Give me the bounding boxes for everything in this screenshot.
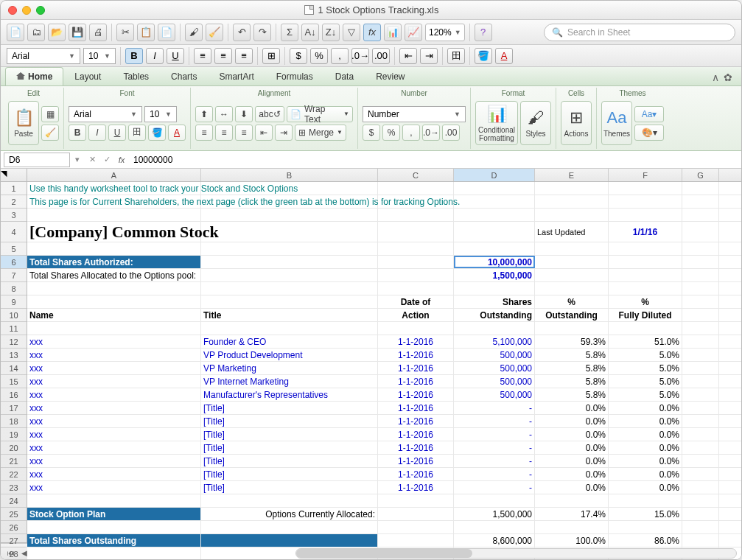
cell[interactable] xyxy=(27,209,201,221)
cell[interactable] xyxy=(454,242,535,255)
row-11[interactable]: 11 xyxy=(1,322,27,335)
cell[interactable] xyxy=(201,322,378,335)
cell[interactable]: 0.0% xyxy=(609,468,682,480)
cell[interactable]: 5.8% xyxy=(535,362,609,374)
cell[interactable] xyxy=(201,209,378,221)
cell[interactable]: 0.0% xyxy=(535,402,609,414)
select-all-corner[interactable]: ◥ xyxy=(1,169,27,182)
align-right-button[interactable]: ≡ xyxy=(235,48,253,64)
theme-fonts-button[interactable]: Aa▾ xyxy=(634,106,664,122)
wraptext-button[interactable]: 📄Wrap Text▼ xyxy=(287,106,353,122)
font-color-button[interactable]: A xyxy=(495,48,513,64)
col-A[interactable]: A xyxy=(27,169,201,181)
cell[interactable]: 1-1-2016 xyxy=(378,388,454,401)
cell[interactable]: 59.3% xyxy=(535,335,609,348)
cell[interactable]: 1,500,000 xyxy=(454,508,535,520)
close-window-button[interactable] xyxy=(8,6,17,15)
cell[interactable]: 8,600,000 xyxy=(454,534,535,547)
new-doc-button[interactable]: 📄 xyxy=(7,24,24,41)
cell[interactable] xyxy=(682,362,719,374)
cell[interactable] xyxy=(609,256,682,268)
themes-button[interactable]: AaThemes xyxy=(601,101,632,145)
paste-button[interactable]: 📄 xyxy=(158,24,175,41)
cell[interactable]: 0.0% xyxy=(609,441,682,454)
font-family-combo[interactable]: Arial▼ xyxy=(7,48,80,64)
col-D[interactable]: D xyxy=(454,169,535,181)
cut-button[interactable]: ✂ xyxy=(116,24,134,41)
cell[interactable] xyxy=(682,256,719,268)
cell[interactable] xyxy=(454,182,535,195)
underline-button[interactable]: U xyxy=(167,48,184,64)
cell[interactable]: xxx xyxy=(27,375,201,388)
cell[interactable]: 15.0% xyxy=(609,508,682,520)
comma-button[interactable]: , xyxy=(331,48,349,64)
cell[interactable] xyxy=(682,195,719,208)
tab-data[interactable]: Data xyxy=(324,67,365,85)
cell[interactable]: Fully Diluted xyxy=(609,309,682,321)
cell[interactable] xyxy=(535,242,609,255)
cell[interactable]: xxx xyxy=(27,441,201,454)
indent-left-button[interactable]: ⇤ xyxy=(399,48,417,64)
orientation-button[interactable]: abc↺ xyxy=(255,106,284,122)
cell[interactable] xyxy=(682,521,719,533)
fill-color-button[interactable]: 🪣 xyxy=(475,48,492,64)
cell[interactable]: xxx xyxy=(27,455,201,467)
cell[interactable]: 500,000 xyxy=(454,362,535,374)
borders-button[interactable]: 田 xyxy=(447,48,465,64)
cell[interactable]: 100.0% xyxy=(535,534,609,547)
col-E[interactable]: E xyxy=(535,169,609,181)
align-center-button-2[interactable]: ≡ xyxy=(215,125,233,141)
tab-review[interactable]: Review xyxy=(365,67,416,85)
cell[interactable]: 0.0% xyxy=(535,428,609,441)
zoom-window-button[interactable] xyxy=(36,6,45,15)
col-C[interactable]: C xyxy=(378,169,454,181)
cell[interactable]: 86.0% xyxy=(609,534,682,547)
row-19[interactable]: 19 xyxy=(1,428,27,441)
cell[interactable]: This page is for Current Shareholders, t… xyxy=(27,195,201,208)
formula-input[interactable]: 10000000 xyxy=(129,153,738,167)
grid-body[interactable]: Use this handy worksheet tool to track y… xyxy=(27,182,741,542)
cell[interactable] xyxy=(27,242,201,255)
cell[interactable]: - xyxy=(454,415,535,427)
cell[interactable]: 1-1-2016 xyxy=(378,362,454,374)
search-input[interactable]: 🔍 Search in Sheet xyxy=(544,24,735,41)
tab-formulas[interactable]: Formulas xyxy=(265,67,324,85)
cell[interactable]: 0.0% xyxy=(535,481,609,494)
cell[interactable] xyxy=(535,521,609,533)
cell[interactable]: 1-1-2016 xyxy=(378,335,454,348)
align-left-button-2[interactable]: ≡ xyxy=(195,125,213,141)
ribbon-settings-button[interactable]: ✿ xyxy=(724,71,732,83)
sort-asc-button[interactable]: A↓ xyxy=(301,24,319,41)
cell[interactable] xyxy=(454,494,535,507)
cell[interactable]: [Title] xyxy=(201,481,378,494)
cell[interactable] xyxy=(682,309,719,321)
print-button[interactable]: 🖨 xyxy=(89,24,107,41)
cell[interactable]: VP Marketing xyxy=(201,362,378,374)
insert-function-button[interactable]: fx xyxy=(114,153,129,167)
undo-button[interactable]: ↶ xyxy=(233,24,251,41)
cell[interactable] xyxy=(682,494,719,507)
cell[interactable]: Outstanding xyxy=(454,309,535,321)
ribbon-bold-button[interactable]: B xyxy=(69,125,86,141)
cell[interactable]: 1,500,000 xyxy=(454,269,535,281)
valign-bot-button[interactable]: ⬇ xyxy=(235,106,253,122)
row-16[interactable]: 16 xyxy=(1,388,27,402)
cell[interactable] xyxy=(378,494,454,507)
fx-button[interactable]: fx xyxy=(363,24,381,41)
cell[interactable]: [Title] xyxy=(201,455,378,467)
cell[interactable] xyxy=(682,534,719,547)
cell[interactable]: 1-1-2016 xyxy=(378,441,454,454)
cell[interactable] xyxy=(201,269,378,281)
cell[interactable]: 1-1-2016 xyxy=(378,415,454,427)
valign-mid-button[interactable]: ↔ xyxy=(215,106,233,122)
row-7[interactable]: 7 xyxy=(1,269,27,282)
cell[interactable]: xxx xyxy=(27,335,201,348)
cell[interactable]: 0.0% xyxy=(535,415,609,427)
cell[interactable]: Action xyxy=(378,309,454,321)
name-box[interactable]: D6 xyxy=(4,153,70,167)
cell[interactable] xyxy=(378,182,454,195)
increase-decimal-button[interactable]: .00 xyxy=(372,48,390,64)
cell[interactable] xyxy=(682,388,719,401)
cell[interactable]: 10,000,000 xyxy=(454,256,535,268)
cell[interactable]: xxx xyxy=(27,468,201,480)
